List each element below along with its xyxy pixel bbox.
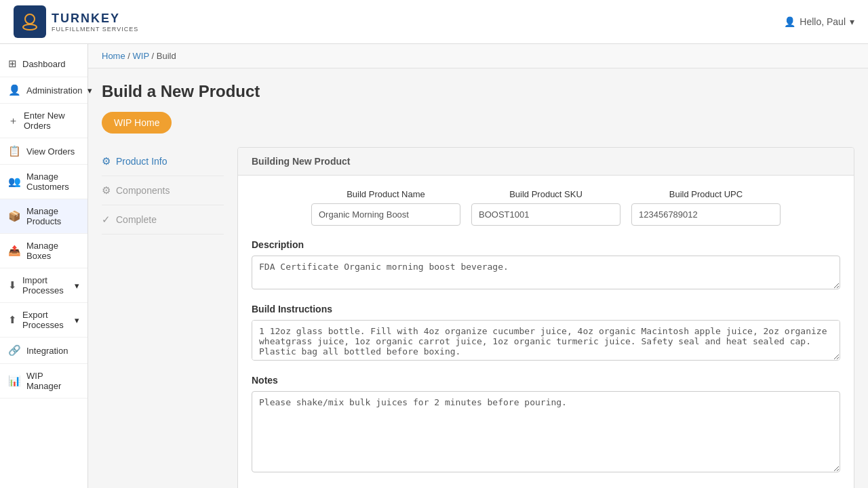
steps-panel: ⚙ Product Info ⚙ Components ✓ Complete — [102, 147, 237, 488]
breadcrumb-sep2: / — [152, 51, 157, 61]
export-icon: ⬆ — [8, 314, 17, 326]
breadcrumb: Home / WIP / Build — [88, 44, 868, 68]
navbar: TURNKEY FULFILLMENT SERVICES 👤 Hello, Pa… — [0, 0, 868, 44]
sidebar-label-wip-manager: WIP Manager — [26, 371, 79, 391]
step-product-info-label: Product Info — [116, 156, 167, 167]
form-section-label-description: Description — [252, 239, 840, 250]
page-title: Build a New Product — [102, 82, 854, 101]
sidebar-item-integration[interactable]: 🔗 Integration — [0, 338, 87, 364]
export-arrow-icon: ▾ — [75, 315, 79, 325]
textarea-notes[interactable] — [252, 391, 840, 472]
manage-products-icon: 📦 — [8, 210, 21, 222]
import-arrow-icon: ▾ — [75, 281, 79, 291]
form-section-notes: Notes — [252, 375, 840, 474]
step-product-info-icon: ⚙ — [102, 155, 111, 167]
manage-boxes-icon: 📤 — [8, 245, 21, 257]
sidebar-label-manage-customers: Manage Customers — [26, 171, 79, 192]
breadcrumb-current: Build — [157, 51, 176, 61]
sidebar-label-dashboard: Dashboard — [22, 59, 66, 69]
field-group-name: Build Product Name — [311, 189, 460, 226]
integration-icon: 🔗 — [8, 344, 21, 357]
brand-logo[interactable]: TURNKEY FULFILLMENT SERVICES — [14, 5, 138, 38]
step-components-label: Components — [116, 185, 170, 196]
step-complete[interactable]: ✓ Complete — [102, 205, 224, 235]
admin-icon: 👤 — [8, 84, 21, 96]
sidebar-label-manage-products: Manage Products — [26, 206, 79, 226]
sidebar-item-wip-manager[interactable]: 📊 WIP Manager — [0, 364, 87, 399]
user-greeting: Hello, Paul — [800, 16, 846, 27]
sidebar-label-export-processes: Export Processes — [22, 310, 69, 330]
form-section-label-instructions: Build Instructions — [252, 304, 840, 314]
textarea-instructions[interactable] — [252, 320, 840, 361]
brand-text: TURNKEY FULFILLMENT SERVICES — [52, 12, 138, 33]
step-complete-label: Complete — [116, 214, 157, 225]
sidebar-label-view-orders: View Orders — [26, 146, 75, 157]
sidebar-label-enter-orders: Enter New Orders — [24, 110, 79, 131]
sidebar: ⊞ Dashboard 👤 Administration ▾ ＋ Enter N… — [0, 44, 88, 488]
view-orders-icon: 📋 — [8, 145, 21, 157]
form-section-instructions: Build Instructions — [252, 304, 840, 363]
wip-home-button[interactable]: WIP Home — [102, 112, 172, 134]
sidebar-label-integration: Integration — [26, 346, 68, 356]
form-panel: Building New Product Build Product Name … — [237, 147, 854, 488]
field-group-upc: Build Product UPC — [631, 189, 781, 226]
sidebar-item-enter-orders[interactable]: ＋ Enter New Orders — [0, 104, 87, 138]
sidebar-item-dashboard[interactable]: ⊞ Dashboard — [0, 51, 87, 77]
wip-manager-icon: 📊 — [8, 375, 21, 387]
breadcrumb-wip[interactable]: WIP — [133, 51, 149, 61]
sidebar-item-administration[interactable]: 👤 Administration ▾ — [0, 77, 87, 104]
sidebar-item-manage-products[interactable]: 📦 Manage Products — [0, 199, 87, 234]
user-icon: 👤 — [784, 16, 795, 27]
field-group-sku: Build Product SKU — [471, 189, 620, 226]
sidebar-label-administration: Administration — [26, 85, 82, 96]
main-layout: ⊞ Dashboard 👤 Administration ▾ ＋ Enter N… — [0, 44, 868, 488]
dashboard-icon: ⊞ — [8, 58, 17, 70]
breadcrumb-home[interactable]: Home — [102, 51, 125, 61]
sidebar-label-manage-boxes: Manage Boxes — [26, 241, 79, 261]
brand-subtitle: FULFILLMENT SERVICES — [52, 26, 138, 33]
sidebar-item-import-processes[interactable]: ⬇ Import Processes ▾ — [0, 268, 87, 303]
logo-icon — [14, 5, 46, 38]
user-dropdown-icon: ▾ — [850, 16, 854, 27]
content-area: Home / WIP / Build Build a New Product W… — [88, 44, 868, 488]
field-input-sku[interactable] — [471, 203, 620, 226]
sidebar-item-view-orders[interactable]: 📋 View Orders — [0, 138, 87, 165]
sidebar-item-manage-customers[interactable]: 👥 Manage Customers — [0, 165, 87, 199]
page-content: Build a New Product WIP Home ⚙ Product I… — [88, 68, 868, 488]
form-section-description: Description — [252, 239, 840, 291]
fields-row: Build Product Name Build Product SKU Bui… — [252, 189, 840, 226]
step-components[interactable]: ⚙ Components — [102, 176, 224, 205]
user-menu[interactable]: 👤 Hello, Paul ▾ — [784, 16, 854, 27]
form-panel-header: Building New Product — [238, 148, 854, 176]
step-product-info[interactable]: ⚙ Product Info — [102, 147, 224, 176]
brand-name: TURNKEY — [52, 12, 138, 26]
step-components-icon: ⚙ — [102, 184, 111, 197]
field-label-name: Build Product Name — [311, 189, 460, 199]
sidebar-label-import-processes: Import Processes — [22, 275, 69, 296]
field-input-name[interactable] — [311, 203, 460, 226]
form-section-label-notes: Notes — [252, 375, 840, 386]
field-label-sku: Build Product SKU — [471, 189, 620, 199]
manage-customers-icon: 👥 — [8, 176, 21, 188]
field-input-upc[interactable] — [631, 203, 781, 226]
sidebar-item-manage-boxes[interactable]: 📤 Manage Boxes — [0, 234, 87, 268]
form-panel-body: Build Product Name Build Product SKU Bui… — [238, 176, 854, 488]
import-icon: ⬇ — [8, 279, 17, 291]
step-complete-icon: ✓ — [102, 214, 111, 226]
enter-orders-icon: ＋ — [8, 115, 18, 127]
builder-layout: ⚙ Product Info ⚙ Components ✓ Complete B… — [102, 147, 854, 488]
sidebar-item-export-processes[interactable]: ⬆ Export Processes ▾ — [0, 303, 87, 338]
textarea-description[interactable] — [252, 256, 840, 289]
field-label-upc: Build Product UPC — [631, 189, 781, 199]
breadcrumb-sep1: / — [127, 51, 132, 61]
